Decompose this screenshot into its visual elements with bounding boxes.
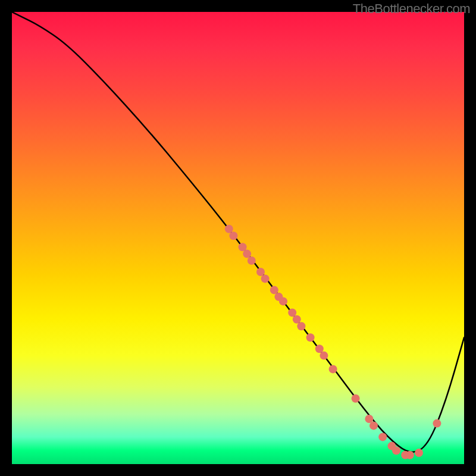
data-point-marker xyxy=(352,394,360,403)
data-point-marker xyxy=(320,352,328,360)
data-point-marker xyxy=(293,315,301,324)
data-point-marker xyxy=(279,297,287,305)
data-point-marker xyxy=(297,322,305,330)
data-point-marker xyxy=(225,225,233,233)
data-point-marker xyxy=(288,308,296,317)
data-point-marker xyxy=(392,446,400,455)
data-point-marker xyxy=(369,421,378,430)
data-point-marker xyxy=(433,419,441,428)
data-point-marker xyxy=(248,256,256,265)
data-point-marker xyxy=(329,365,337,373)
data-point-marker xyxy=(239,243,247,251)
plot-area xyxy=(12,12,464,464)
attribution-text: TheBottlenecker.com xyxy=(353,1,470,17)
data-point-markers xyxy=(225,225,441,459)
data-point-marker xyxy=(229,231,237,240)
bottleneck-curve-line xyxy=(12,12,464,452)
data-point-marker xyxy=(256,268,265,276)
data-point-marker xyxy=(415,449,423,457)
data-point-marker xyxy=(315,345,324,353)
data-point-marker xyxy=(243,250,251,258)
data-point-marker xyxy=(365,415,373,423)
data-point-marker xyxy=(270,286,278,294)
data-point-marker xyxy=(261,274,270,283)
data-point-marker xyxy=(406,451,414,459)
data-point-marker xyxy=(306,333,315,342)
chart-container: TheBottlenecker.com xyxy=(0,0,476,476)
chart-svg-overlay xyxy=(12,12,464,464)
data-point-marker xyxy=(378,433,387,441)
